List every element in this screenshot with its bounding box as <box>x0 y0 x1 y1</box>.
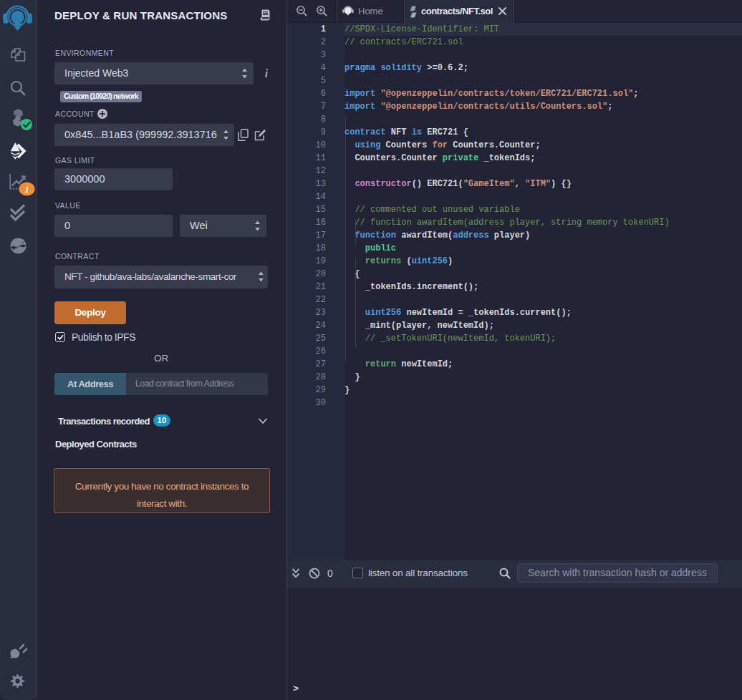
svg-text:1: 1 <box>24 184 29 195</box>
